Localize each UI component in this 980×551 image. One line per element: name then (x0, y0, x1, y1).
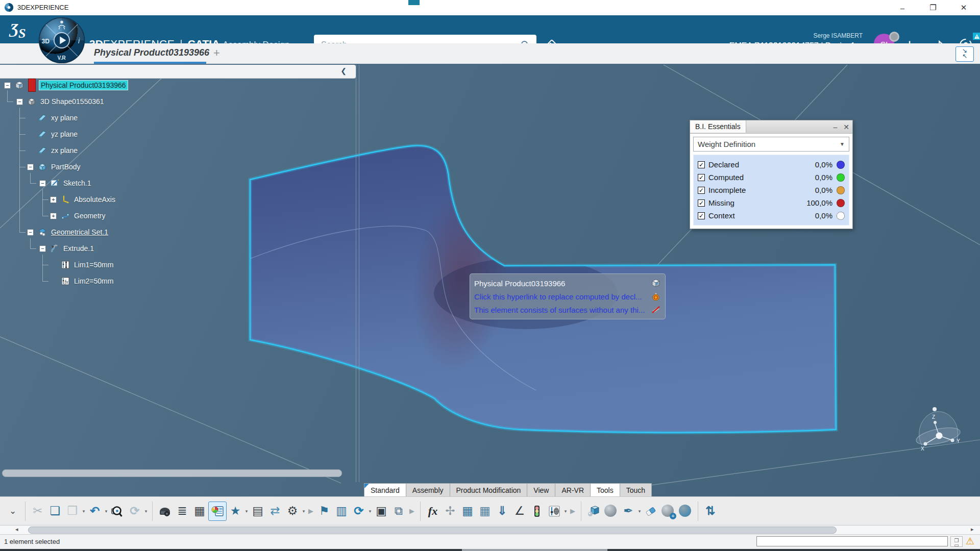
tree-item-label[interactable]: PartBody (51, 163, 81, 171)
tree-item-absoluteaxis[interactable]: +AbsoluteAxis (50, 192, 115, 207)
tree-item-label[interactable]: yz plane (51, 130, 78, 138)
sketch-icon[interactable] (50, 178, 60, 188)
paste-icon[interactable]: ❒ (64, 502, 81, 520)
tree-item-geometry[interactable]: +Geometry (50, 208, 105, 223)
picker-pen-icon[interactable]: ✒ (620, 502, 637, 520)
section-tab-assembly[interactable]: Assembly (406, 483, 450, 496)
collapse-node-icon[interactable]: − (16, 98, 23, 105)
scroll-left-icon[interactable]: ◂ (15, 526, 18, 533)
tree-item-physical-product03193966[interactable]: −Physical Product03193966 (4, 78, 128, 93)
collapse-node-icon[interactable]: − (27, 164, 34, 170)
dropdown-caret-icon[interactable]: ▾ (244, 509, 249, 514)
more-arrow-icon[interactable]: ▶ (568, 502, 577, 520)
section-tab-standard[interactable]: Standard (364, 483, 406, 496)
select-set-icon[interactable]: ▣ (373, 502, 390, 520)
dropdown-caret-icon[interactable]: ▾ (143, 509, 149, 514)
checkbox-checked-icon[interactable]: ✓ (698, 187, 705, 194)
checkbox-checked-icon[interactable]: ✓ (698, 174, 705, 181)
tree-item-3d-shape01550361[interactable]: −3D Shape01550361 (16, 94, 104, 109)
tooltip-link-thickness[interactable]: This element consists of surfaces withou… (474, 306, 645, 314)
shape-icon[interactable] (27, 96, 37, 107)
product-icon[interactable] (14, 80, 24, 90)
bi-mode-dropdown[interactable]: Weight Definition ▼ (693, 137, 849, 152)
compare-icon[interactable]: ⇄ (266, 502, 284, 520)
section-tab-tools[interactable]: Tools (590, 483, 620, 496)
close-button[interactable]: ✕ (953, 2, 974, 13)
tree-panel-header[interactable]: ❮ (0, 65, 356, 79)
bi-panel-titlebar[interactable]: B.I. Essentials – ✕ (690, 120, 852, 133)
material-sphere-icon[interactable] (602, 502, 620, 520)
material-apply-icon[interactable] (677, 502, 694, 520)
options-gear-icon[interactable]: ⚙ (284, 502, 301, 520)
dropdown-caret-icon[interactable]: ▾ (563, 509, 568, 514)
pivot-table-icon[interactable]: ▦ (476, 502, 494, 520)
bom-icon[interactable]: ⧉ (390, 502, 407, 520)
tree-item-label[interactable]: zx plane (51, 146, 78, 155)
tree-item-yz-plane[interactable]: yz plane (27, 127, 78, 142)
export-icon[interactable]: ⇓ (494, 502, 511, 520)
bookmark-tree-icon[interactable]: ⚑ (315, 502, 333, 520)
axis-icon[interactable] (60, 194, 70, 205)
tree-item-label[interactable]: AbsoluteAxis (74, 195, 115, 204)
tooltip-link-weight[interactable]: Click this hyperlink to replace computed… (474, 292, 642, 301)
minimize-panel-icon[interactable]: – (833, 123, 837, 131)
tree-item-lim1-50mm[interactable]: Lim1=50mm (50, 257, 113, 272)
traffic-light-icon[interactable] (528, 502, 546, 520)
dropdown-caret-icon[interactable]: ▾ (104, 509, 109, 514)
tree-item-label[interactable]: Physical Product03193966 (39, 81, 128, 90)
cut-icon[interactable]: ✂ (29, 502, 46, 520)
notes-icon[interactable]: ▤ (249, 502, 266, 520)
power-zoom-icon[interactable] (109, 502, 126, 520)
collapse-tree-icon[interactable]: ❮ (340, 67, 347, 75)
window-layout-icon[interactable]: ▦ (191, 502, 208, 520)
collapse-node-icon[interactable]: − (27, 229, 34, 236)
visual-filter-icon[interactable] (546, 502, 563, 520)
new-tab-button[interactable]: + (213, 46, 220, 60)
eraser-icon[interactable] (642, 502, 659, 520)
tree-item-label[interactable]: Lim2=50mm (74, 277, 113, 285)
geometry-icon[interactable] (60, 211, 70, 221)
collapse-node-icon[interactable]: − (39, 245, 46, 252)
copy-icon[interactable]: ❏ (46, 502, 64, 520)
undo-icon[interactable]: ↶ (86, 502, 104, 520)
tree-item-sketch-1[interactable]: −Sketch.1 (39, 176, 91, 191)
expand-node-icon[interactable]: + (50, 213, 57, 219)
section-tab-view[interactable]: View (527, 483, 555, 496)
toolbar-overflow-chevron-icon[interactable]: ⌄ (4, 502, 21, 520)
refresh-icon[interactable]: ⟳ (350, 502, 368, 520)
checkbox-checked-icon[interactable]: ✓ (698, 199, 705, 207)
expand-node-icon[interactable]: + (50, 196, 57, 203)
lim2-icon[interactable] (60, 276, 70, 286)
status-warning-icon[interactable]: ⚠ (966, 535, 974, 547)
dropdown-caret-icon[interactable]: ▾ (81, 509, 86, 514)
partbody-icon[interactable] (37, 162, 47, 172)
close-panel-icon[interactable]: ✕ (843, 123, 849, 131)
scroll-right-icon[interactable]: ▸ (971, 526, 974, 533)
scrollbar-thumb[interactable] (28, 527, 837, 534)
view-compass[interactable]: Z X Y (915, 407, 962, 452)
section-tab-ar-vr[interactable]: AR-VR (555, 483, 591, 496)
dropdown-caret-icon[interactable]: ▾ (368, 509, 373, 514)
measure-icon[interactable]: ∠ (511, 502, 528, 520)
more-arrow-icon[interactable]: ▶ (407, 502, 416, 520)
more-arrow-icon[interactable]: ▶ (306, 502, 315, 520)
plane-icon[interactable] (37, 129, 47, 139)
exchange-arrows-icon[interactable]: ⇅ (702, 502, 719, 520)
plane-icon[interactable] (37, 113, 47, 123)
tree-item-xy-plane[interactable]: xy plane (27, 110, 78, 126)
status-window-button[interactable]: ❐▭ (950, 536, 963, 547)
tree-item-label[interactable]: Extrude.1 (63, 244, 94, 253)
restore-button[interactable]: ❐ (923, 2, 943, 13)
tree-horizontal-scrollbar[interactable] (2, 469, 342, 477)
update-icon[interactable]: ⟳ (126, 502, 143, 520)
tree-order-icon[interactable]: ≣ (174, 502, 191, 520)
section-tab-touch[interactable]: Touch (620, 483, 652, 496)
geoset-icon[interactable] (37, 227, 47, 237)
tree-item-geometrical-set-1[interactable]: −Geometrical Set.1 (27, 224, 108, 240)
document-tab[interactable]: Physical Product03193966 (94, 47, 209, 58)
tree-item-label[interactable]: Sketch.1 (63, 179, 91, 187)
command-input[interactable] (756, 536, 948, 546)
material-add-icon[interactable]: + (659, 502, 677, 520)
checkbox-checked-icon[interactable]: ✓ (698, 212, 705, 219)
catalog-books-icon[interactable]: ▥ (333, 502, 350, 520)
